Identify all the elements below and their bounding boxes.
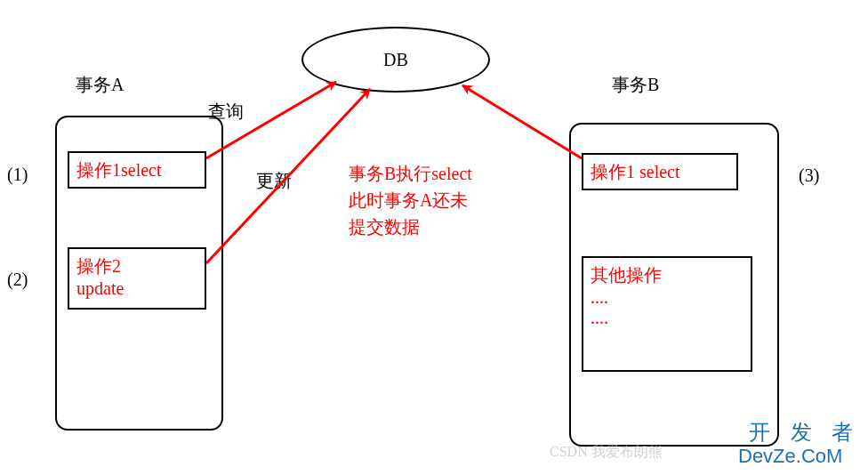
db-label: DB [383,50,408,70]
svg-line-2 [462,85,582,158]
tx-b-other-line3: .... [591,308,608,327]
tx-a-title: 事务A [76,73,124,97]
step-3: (3) [799,165,819,186]
tx-a-op1-text: 操作1select [76,160,162,180]
tx-a-op1: 操作1select [68,151,206,189]
tx-a-op2-line1: 操作2 [76,256,121,276]
watermark-blue-top: 开 发 者 [749,418,860,447]
arrow-label-update: 更新 [256,169,292,193]
db-node: DB [301,27,490,93]
tx-b-title: 事务B [612,73,659,97]
tx-b-op1: 操作1 select [582,153,738,190]
step-1: (1) [7,165,28,185]
step-2: (2) [7,270,28,290]
tx-b-other-line2: .... [591,287,608,307]
tx-b-op1-text: 操作1 select [591,162,680,181]
tx-a-op2-line2: update [76,278,124,298]
note-line1: 事务B执行select [349,164,472,183]
tx-b-other-line1: 其他操作 [591,265,662,285]
note-text: 事务B执行select 此时事务A还未 提交数据 [349,160,472,240]
watermark-gray: CSDN 我爱布朗熊 [550,443,663,462]
tx-a-op2: 操作2 update [68,247,206,310]
arrow-label-query: 查询 [208,100,244,124]
note-line2: 此时事务A还未 [349,190,468,210]
tx-b-other: 其他操作 .... .... [582,256,752,372]
watermark-blue-bottom: DevZe.CoM [738,445,842,468]
note-line3: 提交数据 [349,217,420,237]
